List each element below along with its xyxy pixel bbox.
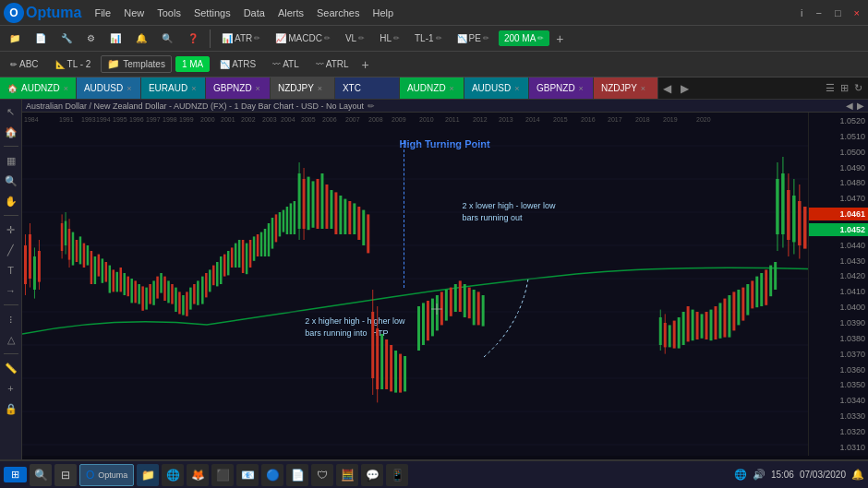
gann-tool[interactable]: △	[2, 331, 20, 348]
tl1-button[interactable]: TL-1 ✏	[409, 30, 448, 46]
toolbar-alerts[interactable]: 🔔	[130, 30, 152, 46]
close-audnzd[interactable]: ×	[64, 84, 68, 93]
vl-button[interactable]: VL ✏	[340, 30, 370, 46]
add-tool-button[interactable]: +	[359, 57, 372, 72]
tab-audusd[interactable]: AUDUSD ×	[77, 77, 141, 99]
close-audusd2[interactable]: ×	[514, 84, 519, 93]
svg-rect-158	[737, 290, 740, 325]
tab-xtc[interactable]: XTC	[335, 77, 400, 99]
toolbar-tools[interactable]: 🔧	[55, 30, 78, 46]
svg-rect-71	[246, 244, 247, 275]
ruler-tool[interactable]: 📏	[2, 360, 20, 376]
fibonacci-tool[interactable]: ⫶	[2, 311, 20, 327]
taskbar-app1[interactable]: ⬛	[211, 464, 234, 486]
toolbar-data[interactable]: 📊	[104, 30, 127, 46]
taskbar-optuma[interactable]: O Optuma	[79, 464, 134, 486]
taskbar-chrome[interactable]: 🌐	[162, 464, 184, 486]
abc-button[interactable]: ✏ ABC	[4, 56, 45, 72]
close-gbpnzd2[interactable]: ×	[579, 84, 584, 93]
next-tab-button[interactable]: ▶	[676, 77, 693, 99]
templates-button[interactable]: 📁 Templates	[101, 55, 172, 73]
close-button[interactable]: ×	[850, 6, 864, 19]
arrow-tool[interactable]: →	[2, 282, 20, 299]
menu-settings[interactable]: Settings	[188, 6, 236, 20]
crosshair-tool[interactable]: ✛	[2, 221, 20, 238]
taskbar-taskview[interactable]: ⊟	[54, 464, 77, 486]
home-nav[interactable]: 🏠	[2, 124, 20, 140]
candlestick-area[interactable]: 1984 1991 1993 1994 1995 1996 1997 1998 …	[22, 113, 808, 456]
menu-new[interactable]: New	[118, 6, 150, 20]
svg-rect-51	[171, 284, 173, 304]
pe-button[interactable]: 📉 PE ✏	[452, 30, 495, 46]
menu-searches[interactable]: Searches	[311, 6, 365, 20]
tab-audnzd[interactable]: 🏠 AUDNZD ×	[0, 77, 77, 99]
taskbar-explorer[interactable]: 📁	[137, 464, 159, 486]
tab-nzdjpy2[interactable]: NZDJPY ×	[594, 77, 658, 99]
close-euraud[interactable]: ×	[191, 84, 196, 93]
menu-tools[interactable]: Tools	[151, 6, 187, 20]
minimize-button[interactable]: −	[811, 6, 826, 19]
svg-rect-149	[696, 312, 699, 339]
macdc-button[interactable]: 📈 MACDC ✏	[270, 30, 336, 46]
taskbar-mail[interactable]: 📧	[236, 464, 259, 486]
close-nzdjpy2[interactable]: ×	[641, 84, 645, 93]
tab-nzdjpy[interactable]: NZDJPY ×	[271, 77, 335, 99]
scroll-right[interactable]: ▶	[857, 101, 864, 111]
menu-file[interactable]: File	[89, 6, 116, 20]
tab-gbpnzd[interactable]: GBPNZD ×	[206, 77, 271, 99]
taskbar-firefox[interactable]: 🦊	[187, 464, 209, 486]
toolbar-search[interactable]: 🔍	[156, 30, 178, 46]
add-indicator-button[interactable]: +	[553, 31, 566, 46]
taskbar-app3[interactable]: 📱	[386, 464, 408, 486]
maximize-button[interactable]: □	[830, 6, 846, 19]
start-button[interactable]: ⊞	[4, 467, 27, 482]
chart-edit-icon[interactable]: ✏	[368, 101, 375, 111]
text-tool[interactable]: T	[2, 262, 20, 279]
atl-button[interactable]: 〰 ATL	[266, 56, 306, 72]
hand-tool[interactable]: ✋	[2, 193, 20, 209]
hl-button[interactable]: HL ✏	[374, 30, 405, 46]
refresh-button[interactable]: ↻	[852, 80, 864, 96]
taskbar-calc[interactable]: 🧮	[336, 464, 358, 486]
close-audusd[interactable]: ×	[127, 84, 131, 93]
ma200-button[interactable]: 200 MA ✏	[499, 30, 549, 46]
toolbar-settings[interactable]: ⚙	[81, 30, 101, 46]
taskbar-search[interactable]: 🔍	[30, 464, 52, 486]
taskbar-word[interactable]: 📄	[286, 464, 308, 486]
prev-tab-button[interactable]: ◀	[658, 77, 676, 99]
tab-audusd2[interactable]: AUDUSD ×	[464, 77, 529, 99]
svg-rect-164	[765, 269, 767, 304]
close-audnzd2[interactable]: ×	[450, 84, 454, 93]
svg-rect-75	[260, 232, 262, 256]
taskbar-app2[interactable]: 🔵	[261, 464, 283, 486]
1ma-button[interactable]: 1 MA	[175, 56, 210, 72]
tab-audnzd2[interactable]: AUDNZD ×	[400, 77, 464, 99]
pointer-tool[interactable]: ↖	[2, 103, 20, 120]
tab-gbpnzd2[interactable]: GBPNZD ×	[529, 77, 594, 99]
tl2-button[interactable]: 📐 TL - 2	[49, 56, 98, 72]
tab-euraud[interactable]: EURAUD ×	[141, 77, 206, 99]
close-gbpnzd[interactable]: ×	[256, 84, 260, 93]
atr-button[interactable]: 📊 ATR ✏	[216, 30, 266, 46]
scroll-left[interactable]: ◀	[846, 101, 853, 111]
menu-data[interactable]: Data	[238, 6, 271, 20]
atrs-button[interactable]: 📉 ATRS	[213, 56, 262, 72]
menu-alerts[interactable]: Alerts	[272, 6, 309, 20]
taskbar-chat[interactable]: 💬	[361, 464, 383, 486]
info-button[interactable]: i	[796, 6, 807, 19]
zoom-tool[interactable]: 🔍	[2, 173, 20, 189]
toolbar-new[interactable]: 📄	[30, 30, 52, 46]
plus-tool[interactable]: +	[2, 380, 20, 397]
grid-view-button[interactable]: ⊞	[838, 80, 850, 96]
single-view-button[interactable]: ☰	[824, 80, 837, 96]
svg-rect-45	[149, 284, 151, 304]
menu-help[interactable]: Help	[368, 6, 400, 20]
trendline-tool[interactable]: ╱	[2, 242, 20, 258]
atrl-button[interactable]: 〰 ATRL	[309, 56, 356, 72]
toolbar-folder[interactable]: 📁	[4, 30, 26, 46]
close-nzdjpy[interactable]: ×	[318, 84, 322, 93]
lock-tool[interactable]: 🔒	[2, 400, 20, 417]
toolbar-help[interactable]: ❓	[182, 30, 204, 46]
taskbar-security[interactable]: 🛡	[311, 464, 333, 486]
select-tool[interactable]: ▦	[2, 152, 20, 169]
